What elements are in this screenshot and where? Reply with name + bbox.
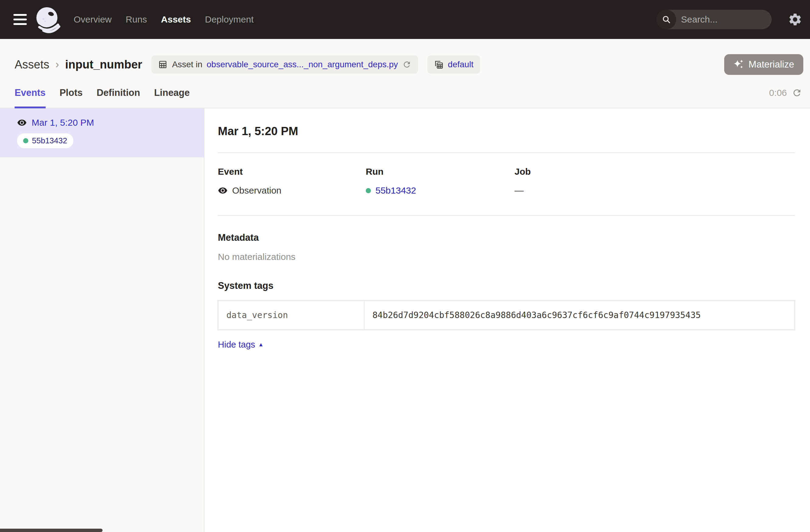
run-status-dot xyxy=(366,188,371,193)
navbar-right: / xyxy=(657,10,803,29)
asset-definition-pill: Asset in observable_source_ass..._non_ar… xyxy=(151,55,418,74)
metadata-heading: Metadata xyxy=(218,232,795,243)
table-row: data_version 84b26d7d9204cbf588026c8a988… xyxy=(218,301,794,329)
primary-nav: Overview Runs Assets Deployment xyxy=(74,14,254,25)
event-summary-columns: Event Observation Run 55b1343 xyxy=(218,166,795,196)
asset-name-title: input_number xyxy=(65,58,142,71)
nav-item-assets[interactable]: Assets xyxy=(161,14,191,25)
search-box[interactable]: / xyxy=(657,10,772,29)
caret-up-icon: ▲ xyxy=(258,341,264,348)
event-list-sidebar: Mar 1, 5:20 PM 55b13432 xyxy=(0,108,205,532)
content-area: Mar 1, 5:20 PM 55b13432 Mar 1, 5:20 PM E… xyxy=(0,108,810,532)
materialize-button[interactable]: Materialize xyxy=(724,54,803,75)
event-detail-panel: Mar 1, 5:20 PM Event Observation xyxy=(205,108,810,532)
run-id-label: 55b13432 xyxy=(32,136,67,145)
job-column-header: Job xyxy=(515,166,795,177)
chevron-right-icon: › xyxy=(55,58,59,71)
run-status-dot xyxy=(23,138,28,143)
divider xyxy=(218,215,795,216)
tag-value-cell: 84b26d7d9204cbf588026c8a9886d403a6c9637c… xyxy=(364,301,794,329)
event-list-item[interactable]: Mar 1, 5:20 PM 55b13432 xyxy=(0,108,204,157)
top-navbar: Overview Runs Assets Deployment / xyxy=(0,0,810,39)
tab-plots[interactable]: Plots xyxy=(60,78,83,108)
repository-default-link[interactable]: default xyxy=(448,60,473,69)
reload-definitions-icon[interactable] xyxy=(402,60,411,69)
app-window: Overview Runs Assets Deployment / xyxy=(0,0,810,532)
asset-page-header: Assets › input_number Asset in observabl… xyxy=(0,39,810,108)
run-id-link[interactable]: 55b13432 xyxy=(375,186,416,196)
asset-in-label: Asset in xyxy=(172,60,202,69)
event-type-label: Observation xyxy=(232,186,281,196)
asset-tabs: Events Plots Definition Lineage xyxy=(15,78,190,108)
tab-events[interactable]: Events xyxy=(15,78,46,108)
tab-definition[interactable]: Definition xyxy=(96,78,140,108)
observation-eye-icon xyxy=(218,186,228,195)
repository-pill: default xyxy=(427,55,480,74)
refresh-icon[interactable] xyxy=(792,88,802,98)
divider xyxy=(218,152,795,153)
nav-item-deployment[interactable]: Deployment xyxy=(205,14,254,25)
sidebar-horizontal-scrollbar[interactable] xyxy=(0,529,102,532)
run-column-header: Run xyxy=(366,166,515,177)
breadcrumb-assets-link[interactable]: Assets xyxy=(15,58,49,71)
refresh-timer-group: 0:06 xyxy=(769,78,802,108)
hide-tags-label: Hide tags xyxy=(218,340,255,350)
materialize-label: Materialize xyxy=(748,59,794,70)
breadcrumb: Assets › input_number Asset in observabl… xyxy=(0,39,810,78)
hide-tags-link[interactable]: Hide tags ▲ xyxy=(218,340,263,350)
tab-lineage[interactable]: Lineage xyxy=(154,78,190,108)
system-tags-heading: System tags xyxy=(218,280,795,291)
settings-gear-icon[interactable] xyxy=(788,12,803,27)
menu-icon[interactable] xyxy=(13,14,28,25)
nav-item-overview[interactable]: Overview xyxy=(74,14,112,25)
repository-grid-icon xyxy=(434,60,444,69)
nav-item-runs[interactable]: Runs xyxy=(126,14,147,25)
sparkle-icon xyxy=(733,59,744,70)
metadata-empty-text: No materializations xyxy=(218,252,795,262)
run-badge[interactable]: 55b13432 xyxy=(17,133,73,148)
code-location-link[interactable]: observable_source_ass..._non_argument_de… xyxy=(207,60,398,69)
event-date-label: Mar 1, 5:20 PM xyxy=(32,117,94,128)
system-tags-table: data_version 84b26d7d9204cbf588026c8a988… xyxy=(218,301,795,330)
observation-eye-icon xyxy=(17,118,27,128)
table-grid-icon xyxy=(158,60,168,69)
search-input[interactable] xyxy=(676,14,772,25)
search-icon xyxy=(657,10,676,29)
refresh-countdown: 0:06 xyxy=(769,88,787,98)
job-column: Job — xyxy=(515,166,795,196)
event-column: Event Observation xyxy=(218,166,366,196)
run-column: Run 55b13432 xyxy=(366,166,515,196)
event-column-header: Event xyxy=(218,166,366,177)
asset-tabs-row: Events Plots Definition Lineage 0:06 xyxy=(0,78,810,108)
tag-key-cell: data_version xyxy=(218,301,364,329)
dagster-logo-icon[interactable] xyxy=(33,5,63,34)
job-empty-value: — xyxy=(515,186,524,196)
event-detail-title: Mar 1, 5:20 PM xyxy=(218,125,795,138)
